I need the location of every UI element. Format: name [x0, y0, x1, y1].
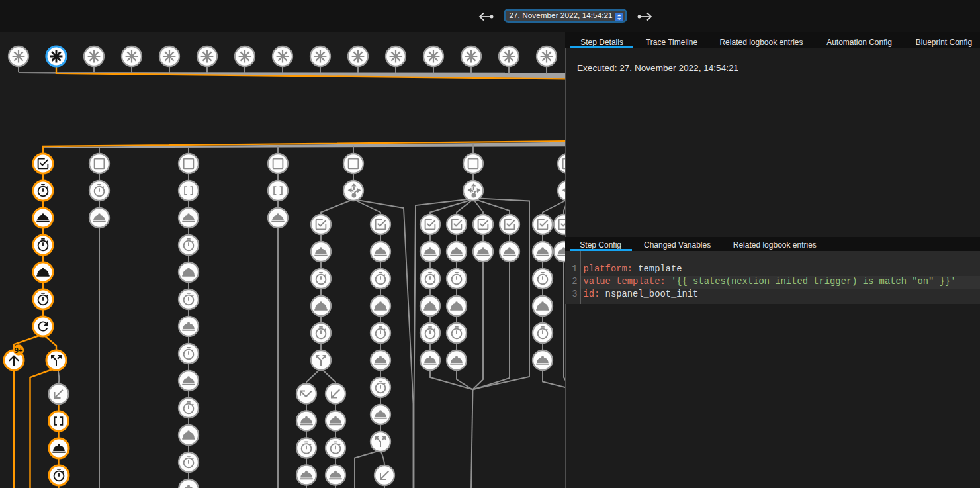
svg-text:9+: 9+ — [14, 346, 22, 354]
